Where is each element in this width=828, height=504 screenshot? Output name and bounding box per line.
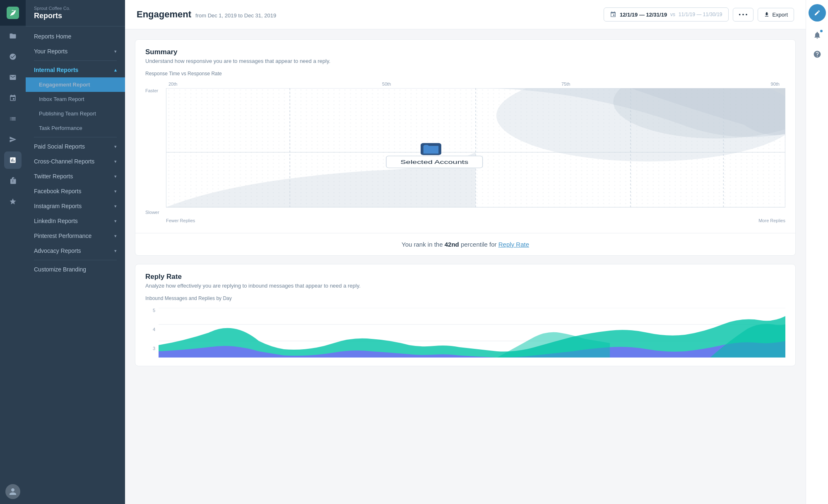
nav-briefcase-icon[interactable] (4, 172, 22, 190)
summary-card-header: Summary Understand how responsive you ar… (135, 40, 795, 71)
x-more: More Replies (758, 218, 785, 223)
calendar-icon (610, 11, 616, 18)
nav-star-icon[interactable] (4, 193, 22, 210)
y-4: 4 (145, 327, 155, 332)
chart-label: Response Time vs Response Rate (145, 71, 785, 77)
sidebar-section-main: Reports Home Your Reports ▾ Internal Rep… (26, 26, 125, 279)
divider-2 (34, 137, 117, 137)
divider-3 (34, 260, 117, 260)
sidebar-item-publishing-team-report[interactable]: Publishing Team Report (26, 106, 125, 121)
nav-reports-icon[interactable] (4, 151, 22, 169)
nav-activity-icon[interactable] (4, 48, 22, 65)
user-avatar[interactable] (5, 484, 20, 499)
summary-card: Summary Understand how responsive you ar… (135, 39, 796, 256)
export-label: Export (772, 12, 788, 18)
sidebar-item-linkedin[interactable]: LinkedIn Reports ▾ (26, 214, 125, 228)
nav-send-icon[interactable] (4, 131, 22, 148)
export-icon (764, 12, 770, 17)
main-header: Engagement from Dec 1, 2019 to Dec 31, 2… (125, 0, 806, 29)
nav-list-icon[interactable] (4, 110, 22, 127)
cross-channel-chevron: ▾ (114, 159, 117, 164)
main-content: Engagement from Dec 1, 2019 to Dec 31, 2… (125, 0, 806, 504)
nav-folder-icon[interactable] (4, 27, 22, 45)
sidebar-item-task-performance[interactable]: Task Performance (26, 121, 125, 135)
content-area: Summary Understand how responsive you ar… (125, 29, 806, 384)
sidebar-item-instagram[interactable]: Instagram Reports ▾ (26, 199, 125, 214)
instagram-chevron: ▾ (114, 204, 117, 209)
more-label: • • • (739, 12, 748, 18)
percentile-pre: You rank in the (402, 241, 445, 248)
header-actions: 12/1/19 — 12/31/19 vs 11/1/19 — 11/30/19… (604, 7, 794, 22)
y-3: 3 (145, 346, 155, 351)
y-slower: Slower (145, 210, 166, 215)
date-range-button[interactable]: 12/1/19 — 12/31/19 vs 11/1/19 — 11/30/19 (604, 7, 729, 22)
pinterest-chevron: ▾ (114, 233, 117, 239)
right-rail (806, 0, 828, 504)
reply-rate-header: Reply Rate Analyze how effectively you a… (135, 264, 795, 295)
icon-rail (0, 0, 26, 504)
summary-title: Summary (145, 48, 785, 56)
export-button[interactable]: Export (758, 8, 794, 22)
compare-period: 11/1/19 — 11/30/19 (679, 12, 722, 17)
notifications-button[interactable] (809, 27, 825, 43)
paid-social-chevron: ▾ (114, 144, 117, 149)
reply-rate-card: Reply Rate Analyze how effectively you a… (135, 264, 796, 366)
percentile-link[interactable]: Reply Rate (498, 241, 529, 248)
area-chart-svg (159, 308, 785, 358)
percentile-75: 75th (561, 82, 570, 86)
sidebar-header: Sprout Coffee Co. Reports (26, 0, 125, 26)
sidebar-item-engagement-report[interactable]: Engagement Report (26, 77, 125, 92)
sidebar-item-your-reports[interactable]: Your Reports ▾ (26, 44, 125, 59)
your-reports-chevron: ▾ (114, 49, 117, 54)
scatter-chart-svg: Selected Accounts (166, 88, 785, 216)
nav-inbox-icon[interactable] (4, 69, 22, 86)
sidebar-item-twitter[interactable]: Twitter Reports ▾ (26, 169, 125, 184)
percentile-90: 90th (771, 82, 780, 86)
sidebar-item-inbox-team-report[interactable]: Inbox Team Report (26, 92, 125, 106)
sidebar-item-internal-reports[interactable]: Internal Reports ▴ (26, 62, 125, 77)
sidebar-item-facebook[interactable]: Facebook Reports ▾ (26, 184, 125, 199)
header-left: Engagement from Dec 1, 2019 to Dec 31, 2… (137, 9, 276, 20)
percentile-bar: You rank in the 42nd percentile for Repl… (135, 233, 795, 255)
edit-button[interactable] (809, 4, 826, 22)
help-button[interactable] (809, 46, 825, 62)
sidebar-item-paid-social[interactable]: Paid Social Reports ▾ (26, 139, 125, 154)
sidebar: Sprout Coffee Co. Reports Reports Home Y… (26, 0, 125, 504)
sidebar-item-cross-channel[interactable]: Cross-Channel Reports ▾ (26, 154, 125, 169)
sidebar-item-advocacy[interactable]: Advocacy Reports ▾ (26, 243, 125, 258)
current-period: 12/1/19 — 12/31/19 (620, 12, 667, 18)
svg-text:Selected Accounts: Selected Accounts (400, 159, 468, 165)
reply-rate-title: Reply Rate (145, 273, 785, 281)
notification-dot (819, 29, 823, 33)
logo-area (0, 0, 26, 26)
sidebar-item-reports-home[interactable]: Reports Home (26, 29, 125, 44)
header-date-range: from Dec 1, 2019 to Dec 31, 2019 (195, 12, 276, 19)
page-title: Engagement (137, 9, 191, 20)
twitter-chevron: ▾ (114, 174, 117, 179)
percentile-value: 42nd (445, 241, 459, 248)
sidebar-company: Sprout Coffee Co. (34, 6, 117, 11)
sidebar-item-customize[interactable]: Customize Branding (26, 262, 125, 277)
chart-container: Response Time vs Response Rate 20th 50th… (135, 71, 795, 233)
reply-chart-label: Inbound Messages and Replies by Day (135, 295, 795, 301)
nav-pin-icon[interactable] (4, 89, 22, 107)
linkedin-chevron: ▾ (114, 218, 117, 224)
y-faster: Faster (145, 88, 166, 93)
sprout-logo (7, 7, 19, 19)
x-fewer: Fewer Replies (166, 218, 195, 223)
sidebar-item-pinterest[interactable]: Pinterest Performance ▾ (26, 228, 125, 243)
percentile-20: 20th (168, 82, 177, 86)
facebook-chevron: ▾ (114, 189, 117, 194)
internal-reports-chevron: ▴ (114, 67, 117, 73)
reply-rate-subtitle: Analyze how effectively you are replying… (145, 283, 785, 289)
advocacy-chevron: ▾ (114, 248, 117, 254)
divider-1 (34, 60, 117, 61)
vs-text: vs (670, 12, 675, 17)
percentile-post: percentile for (459, 241, 498, 248)
more-options-button[interactable]: • • • (733, 8, 754, 22)
percentile-50: 50th (382, 82, 391, 86)
y-5: 5 (145, 308, 155, 313)
sidebar-title: Reports (34, 12, 117, 20)
summary-subtitle: Understand how responsive you are to mes… (145, 58, 785, 64)
